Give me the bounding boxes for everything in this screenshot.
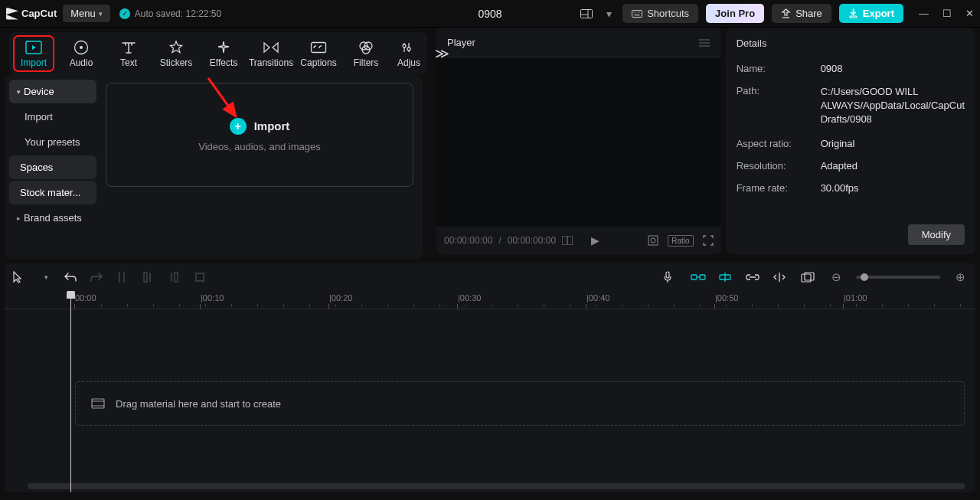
pointer-tool-icon[interactable] [12, 271, 28, 283]
layout-icon[interactable] [577, 6, 596, 21]
shortcuts-button[interactable]: Shortcuts [622, 4, 698, 23]
player-title: Player [447, 37, 475, 48]
details-title: Details [737, 38, 767, 49]
import-icon [25, 39, 42, 56]
tab-effects[interactable]: Effects [207, 39, 240, 68]
media-panel: ▾Device Import Your presets Spaces Stock… [5, 75, 423, 259]
layout-dropdown-icon[interactable]: ▾ [603, 5, 615, 23]
sidebar-item-brand[interactable]: ▸Brand assets [9, 206, 96, 230]
project-title: 0908 [478, 8, 501, 20]
tab-captions[interactable]: Captions [302, 39, 335, 68]
delete-right-icon[interactable] [168, 271, 184, 283]
tab-stickers[interactable]: Stickers [159, 39, 193, 68]
crop-icon[interactable] [194, 272, 210, 283]
sidebar-item-device[interactable]: ▾Device [9, 80, 96, 103]
play-button[interactable]: ▶ [591, 234, 599, 247]
svg-rect-10 [850, 16, 857, 18]
import-subtext: Videos, audios, and images [198, 141, 320, 152]
mic-icon[interactable] [663, 271, 678, 283]
tick: |00:10 [201, 293, 224, 302]
maximize-button[interactable]: ☐ [942, 8, 952, 19]
export-button[interactable]: Export [839, 4, 903, 23]
player-panel: Player 00:00:00:00 / 00:00:00:00 ▶ Ratio [436, 28, 721, 254]
cover-icon[interactable] [801, 272, 816, 283]
tick: 00:00 [75, 293, 96, 302]
app-name: CapCut [21, 8, 57, 19]
audio-icon [74, 39, 89, 56]
menu-button[interactable]: Menu▾ [63, 5, 110, 22]
details-res-val: Adapted [821, 160, 965, 172]
tick: |00:20 [329, 293, 352, 302]
svg-rect-26 [568, 237, 573, 245]
svg-rect-8 [635, 15, 640, 15]
captions-icon [310, 39, 327, 56]
svg-point-13 [80, 46, 83, 49]
tab-adjust[interactable]: Adjus [397, 39, 421, 68]
sidebar-item-presets[interactable]: Your presets [9, 130, 96, 154]
timeline-dropzone[interactable]: Drag material here and start to create [75, 381, 965, 426]
tab-text[interactable]: Text [112, 39, 145, 68]
tab-audio[interactable]: Audio [64, 39, 98, 68]
share-button[interactable]: Share [772, 4, 831, 23]
sidebar-item-spaces[interactable]: Spaces [9, 155, 96, 179]
player-viewport[interactable] [436, 58, 721, 227]
svg-point-5 [635, 11, 636, 12]
scale-icon[interactable] [648, 235, 658, 246]
split-icon[interactable] [116, 271, 132, 283]
minimize-button[interactable]: — [919, 8, 929, 19]
details-res-key: Resolution: [737, 160, 821, 172]
join-pro-button[interactable]: Join Pro [706, 4, 764, 23]
import-label: Import [254, 119, 290, 132]
import-dropzone[interactable]: + Import Videos, audios, and images [106, 83, 413, 187]
svg-rect-36 [666, 272, 669, 278]
timeline-scrollbar[interactable] [28, 483, 965, 489]
svg-point-4 [634, 11, 635, 12]
ratio-button[interactable]: Ratio [668, 235, 693, 247]
tab-filters[interactable]: Filters [349, 39, 383, 68]
preview-axis-icon[interactable] [773, 272, 789, 283]
playhead[interactable] [70, 291, 71, 492]
svg-rect-45 [92, 399, 104, 408]
transitions-icon [263, 39, 279, 56]
tick: |00:50 [715, 293, 738, 302]
chevron-down-icon: ▾ [17, 88, 21, 96]
svg-rect-34 [175, 273, 178, 282]
svg-rect-14 [312, 43, 326, 53]
capcut-logo-icon [6, 8, 18, 20]
tab-transitions[interactable]: Transitions [254, 39, 288, 68]
window-controls: — ☐ ✕ [919, 8, 974, 19]
svg-point-6 [638, 11, 639, 12]
plus-icon: + [230, 118, 247, 135]
close-button[interactable]: ✕ [965, 8, 974, 19]
title-bar: CapCut Menu▾ ✓ Auto saved: 12:22:50 0908… [0, 0, 980, 28]
player-menu-icon[interactable] [698, 38, 710, 47]
zoom-out-icon[interactable]: ⊖ [828, 270, 844, 284]
text-icon [121, 39, 136, 56]
app-logo: CapCut [6, 8, 57, 20]
adjust-icon [402, 39, 416, 56]
redo-icon[interactable] [90, 272, 106, 283]
tick: |00:40 [586, 293, 609, 302]
tick: |00:30 [458, 293, 481, 302]
comparison-icon[interactable] [562, 236, 573, 245]
modify-button[interactable]: Modify [908, 224, 965, 245]
zoom-slider[interactable] [856, 276, 940, 279]
sidebar-item-import[interactable]: Import [9, 105, 96, 129]
timeline-ruler[interactable]: 00:00 |00:10 |00:20 |00:30 |00:40 |00:50… [5, 291, 975, 309]
linkage-icon[interactable] [746, 273, 761, 281]
fullscreen-icon[interactable] [703, 235, 714, 246]
svg-rect-27 [648, 236, 658, 245]
details-name-key: Name: [737, 63, 821, 74]
main-track-magnet-icon[interactable] [691, 273, 706, 282]
delete-left-icon[interactable] [142, 271, 158, 283]
svg-rect-25 [563, 237, 567, 245]
zoom-in-icon[interactable]: ⊕ [952, 270, 968, 284]
svg-point-21 [407, 47, 410, 51]
timeline[interactable]: 00:00 |00:10 |00:20 |00:30 |00:40 |00:50… [5, 291, 975, 492]
sidebar-item-stock[interactable]: Stock mater... [9, 181, 96, 204]
media-main: + Import Videos, audios, and images [101, 75, 423, 259]
tab-import[interactable]: Import [17, 39, 51, 68]
auto-snap-icon[interactable] [718, 272, 733, 283]
undo-icon[interactable] [64, 272, 80, 283]
tool-dropdown-icon[interactable]: ▾ [38, 273, 54, 281]
